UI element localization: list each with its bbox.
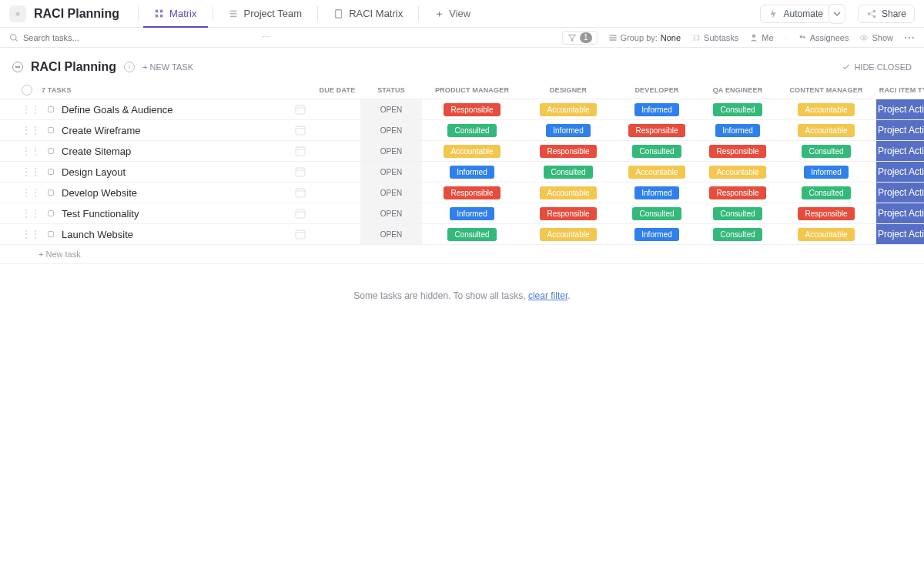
status-dot-icon[interactable] bbox=[48, 148, 54, 154]
task-name[interactable]: Develop Website bbox=[62, 187, 137, 199]
col-status[interactable]: STATUS bbox=[360, 86, 422, 94]
raci-tag[interactable]: Consulted bbox=[632, 207, 681, 220]
pm-cell[interactable]: Accountable bbox=[422, 145, 522, 158]
designer-cell[interactable]: Accountable bbox=[522, 186, 614, 199]
developer-cell[interactable]: Informed bbox=[614, 186, 699, 199]
raci-tag[interactable]: Consulted bbox=[544, 166, 592, 179]
cm-cell[interactable]: Responsible bbox=[776, 207, 876, 220]
raci-tag[interactable]: Responsible bbox=[444, 103, 500, 116]
qa-cell[interactable]: Accountable bbox=[699, 166, 776, 179]
qa-cell[interactable]: Consulted bbox=[699, 228, 776, 241]
pm-cell[interactable]: Responsible bbox=[422, 103, 522, 116]
item-type-cell[interactable]: Project Activity bbox=[876, 162, 924, 182]
raci-tag[interactable]: Consulted bbox=[713, 207, 762, 220]
drag-handle-icon[interactable]: ⋮⋮ bbox=[22, 229, 40, 240]
status-dot-icon[interactable] bbox=[48, 169, 54, 175]
calendar-icon[interactable] bbox=[294, 166, 306, 178]
raci-tag[interactable]: Accountable bbox=[798, 228, 854, 241]
add-view-button[interactable]: ＋ View bbox=[424, 0, 481, 27]
status-cell[interactable]: OPEN bbox=[360, 224, 422, 244]
clear-filter-link[interactable]: clear filter bbox=[528, 290, 567, 301]
raci-tag[interactable]: Responsible bbox=[444, 186, 500, 199]
tab-project-team[interactable]: Project Team bbox=[218, 0, 313, 27]
info-icon[interactable]: i bbox=[124, 62, 135, 72]
raci-tag[interactable]: Informed bbox=[634, 103, 678, 116]
pm-cell[interactable]: Informed bbox=[422, 207, 522, 220]
designer-cell[interactable]: Accountable bbox=[522, 228, 614, 241]
raci-tag[interactable]: Consulted bbox=[447, 124, 496, 137]
raci-tag[interactable]: Consulted bbox=[802, 145, 850, 158]
show-button[interactable]: Show bbox=[859, 33, 893, 42]
status-cell[interactable]: OPEN bbox=[360, 99, 422, 119]
qa-cell[interactable]: Consulted bbox=[699, 103, 776, 116]
table-row[interactable]: ⋮⋮ Test Functionality OPEN Informed Resp… bbox=[0, 203, 924, 224]
raci-tag[interactable]: Accountable bbox=[709, 166, 765, 179]
hide-closed-button[interactable]: HIDE CLOSED bbox=[842, 62, 912, 72]
designer-cell[interactable]: Consulted bbox=[522, 166, 614, 179]
raci-tag[interactable]: Accountable bbox=[540, 228, 596, 241]
drag-handle-icon[interactable]: ⋮⋮ bbox=[22, 187, 40, 198]
item-type-cell[interactable]: Project Activity bbox=[876, 224, 924, 244]
col-tasks[interactable]: 7 TASKS bbox=[22, 85, 314, 96]
status-cell[interactable]: OPEN bbox=[360, 120, 422, 140]
pm-cell[interactable]: Consulted bbox=[422, 124, 522, 137]
item-type-cell[interactable]: Project Activity bbox=[876, 183, 924, 203]
developer-cell[interactable]: Consulted bbox=[614, 145, 699, 158]
developer-cell[interactable]: Consulted bbox=[614, 207, 699, 220]
raci-tag[interactable]: Accountable bbox=[628, 166, 685, 179]
designer-cell[interactable]: Responsible bbox=[522, 145, 614, 158]
more-button[interactable]: ⋯ bbox=[904, 32, 915, 44]
cm-cell[interactable]: Accountable bbox=[776, 228, 876, 241]
col-developer[interactable]: DEVELOPER bbox=[614, 86, 699, 94]
calendar-icon[interactable] bbox=[294, 187, 306, 199]
table-row[interactable]: ⋮⋮ Create Sitemap OPEN Accountable Respo… bbox=[0, 141, 924, 162]
add-task-row[interactable]: + New task bbox=[0, 245, 924, 264]
designer-cell[interactable]: Accountable bbox=[522, 103, 614, 116]
raci-tag[interactable]: Responsible bbox=[709, 186, 765, 199]
status-dot-icon[interactable] bbox=[48, 231, 54, 237]
status-cell[interactable]: OPEN bbox=[360, 183, 422, 203]
status-cell[interactable]: OPEN bbox=[360, 141, 422, 161]
designer-cell[interactable]: Responsible bbox=[522, 207, 614, 220]
task-name[interactable]: Define Goals & Audience bbox=[62, 104, 173, 116]
raci-tag[interactable]: Responsible bbox=[540, 207, 596, 220]
more-icon[interactable]: ⋯ bbox=[262, 32, 270, 42]
calendar-icon[interactable] bbox=[294, 125, 306, 136]
filter-chip[interactable]: 1 bbox=[562, 31, 598, 45]
group-by-button[interactable]: Group by: None bbox=[608, 33, 681, 42]
search-input[interactable] bbox=[23, 33, 177, 42]
qa-cell[interactable]: Responsible bbox=[699, 186, 776, 199]
new-task-link[interactable]: + NEW TASK bbox=[142, 62, 193, 72]
table-row[interactable]: ⋮⋮ Develop Website OPEN Responsible Acco… bbox=[0, 183, 924, 203]
calendar-icon[interactable] bbox=[294, 229, 306, 240]
raci-tag[interactable]: Accountable bbox=[798, 124, 854, 137]
drag-handle-icon[interactable]: ⋮⋮ bbox=[22, 146, 40, 156]
status-cell[interactable]: OPEN bbox=[360, 203, 422, 223]
cm-cell[interactable]: Consulted bbox=[776, 145, 876, 158]
pm-cell[interactable]: Responsible bbox=[422, 186, 522, 199]
status-dot-icon[interactable] bbox=[48, 127, 54, 133]
table-row[interactable]: ⋮⋮ Design Layout OPEN Informed Consulted… bbox=[0, 162, 924, 183]
drag-handle-icon[interactable]: ⋮⋮ bbox=[22, 125, 40, 136]
share-button[interactable]: Share bbox=[858, 5, 915, 23]
raci-tag[interactable]: Responsible bbox=[709, 145, 765, 158]
workspace-avatar[interactable] bbox=[9, 5, 26, 22]
qa-cell[interactable]: Responsible bbox=[699, 145, 776, 158]
status-dot-icon[interactable] bbox=[48, 106, 54, 112]
raci-tag[interactable]: Consulted bbox=[713, 103, 762, 116]
collapse-toggle[interactable] bbox=[12, 62, 23, 72]
developer-cell[interactable]: Accountable bbox=[614, 166, 699, 179]
raci-tag[interactable]: Accountable bbox=[798, 103, 854, 116]
raci-tag[interactable]: Responsible bbox=[540, 145, 596, 158]
item-type-cell[interactable]: Project Activity bbox=[876, 99, 924, 119]
drag-handle-icon[interactable]: ⋮⋮ bbox=[22, 208, 40, 219]
calendar-icon[interactable] bbox=[294, 104, 306, 116]
select-all-circle[interactable] bbox=[22, 85, 32, 96]
status-dot-icon[interactable] bbox=[48, 189, 54, 196]
raci-tag[interactable]: Accountable bbox=[540, 103, 596, 116]
col-qa-engineer[interactable]: QA ENGINEER bbox=[699, 86, 776, 94]
task-name[interactable]: Create Wireframe bbox=[62, 125, 141, 136]
table-row[interactable]: ⋮⋮ Launch Website OPEN Consulted Account… bbox=[0, 224, 924, 245]
raci-tag[interactable]: Consulted bbox=[802, 186, 850, 199]
raci-tag[interactable]: Informed bbox=[634, 186, 678, 199]
